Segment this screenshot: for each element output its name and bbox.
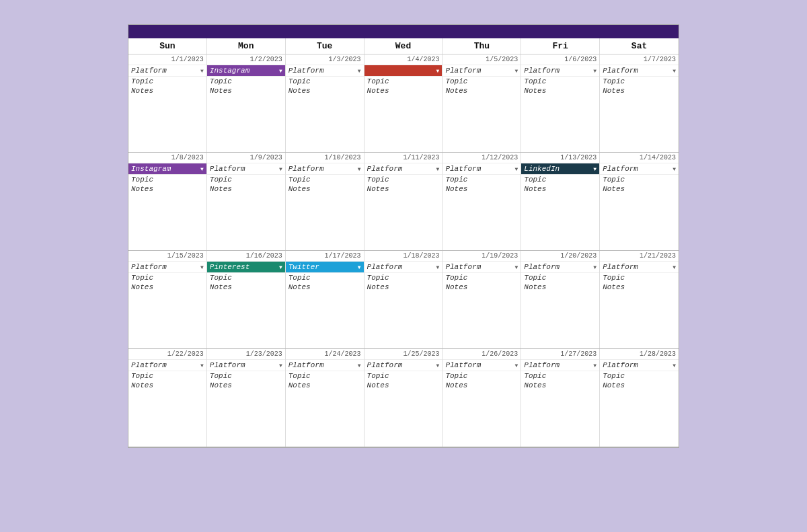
platform-select[interactable]: PlatformInstagramYouTubeLinkedInPinteres… (364, 262, 443, 272)
day-cell-1-13-2023: 1/13/2023PlatformInstagramYouTubeLinkedI… (521, 153, 600, 250)
day-cell-1-16-2023: 1/16/2023PlatformInstagramYouTubeLinkedI… (207, 251, 286, 348)
topic-field: Topic (364, 273, 443, 282)
date-label: 1/6/2023 (521, 54, 599, 65)
topic-field: Topic (600, 371, 679, 381)
notes-field: Notes (443, 282, 521, 292)
topic-field: Topic (443, 273, 521, 282)
platform-select[interactable]: PlatformInstagramYouTubeLinkedInPinteres… (600, 360, 679, 371)
notes-field: Notes (443, 381, 521, 390)
notes-field: Notes (128, 184, 206, 194)
day-cell-1-19-2023: 1/19/2023PlatformInstagramYouTubeLinkedI… (443, 251, 521, 348)
notes-field: Notes (443, 86, 521, 96)
platform-select-wrapper: PlatformInstagramYouTubeLinkedInPinteres… (364, 65, 443, 77)
platform-select-wrapper: PlatformInstagramYouTubeLinkedInPinteres… (207, 163, 285, 175)
notes-field: Notes (364, 86, 443, 96)
topic-field: Topic (600, 273, 679, 282)
platform-select-wrapper: PlatformInstagramYouTubeLinkedInPinteres… (286, 65, 364, 77)
week-row-0: 1/1/2023PlatformInstagramYouTubeLinkedIn… (128, 54, 679, 153)
platform-select[interactable]: PlatformInstagramYouTubeLinkedInPinteres… (364, 163, 443, 174)
day-cell-1-21-2023: 1/21/2023PlatformInstagramYouTubeLinkedI… (600, 251, 679, 348)
topic-field: Topic (521, 175, 599, 184)
platform-select[interactable]: PlatformInstagramYouTubeLinkedInPinteres… (364, 65, 443, 76)
platform-select[interactable]: PlatformInstagramYouTubeLinkedInPinteres… (286, 65, 364, 76)
day-cell-1-6-2023: 1/6/2023PlatformInstagramYouTubeLinkedIn… (521, 54, 600, 152)
platform-select[interactable]: PlatformInstagramYouTubeLinkedInPinteres… (207, 360, 285, 371)
platform-select-wrapper: PlatformInstagramYouTubeLinkedInPinteres… (128, 262, 206, 273)
platform-select-wrapper: PlatformInstagramYouTubeLinkedInPinteres… (521, 65, 599, 77)
date-label: 1/19/2023 (443, 251, 521, 262)
day-header-tue: Tue (286, 38, 364, 54)
platform-select-wrapper: PlatformInstagramYouTubeLinkedInPinteres… (600, 360, 679, 371)
platform-select[interactable]: PlatformInstagramYouTubeLinkedInPinteres… (286, 360, 364, 371)
topic-field: Topic (128, 273, 206, 282)
platform-select-wrapper: PlatformInstagramYouTubeLinkedInPinteres… (128, 65, 206, 77)
topic-field: Topic (286, 77, 364, 86)
platform-select[interactable]: PlatformInstagramYouTubeLinkedInPinteres… (600, 262, 679, 272)
day-cell-1-3-2023: 1/3/2023PlatformInstagramYouTubeLinkedIn… (286, 54, 364, 152)
platform-select-wrapper: PlatformInstagramYouTubeLinkedInPinteres… (443, 163, 521, 175)
notes-field: Notes (364, 282, 443, 292)
notes-field: Notes (207, 282, 285, 292)
platform-select[interactable]: PlatformInstagramYouTubeLinkedInPinteres… (128, 262, 206, 272)
notes-field: Notes (128, 86, 206, 96)
topic-field: Topic (286, 175, 364, 184)
date-label: 1/14/2023 (600, 153, 679, 163)
date-label: 1/18/2023 (364, 251, 443, 262)
notes-field: Notes (364, 381, 443, 390)
date-label: 1/21/2023 (600, 251, 679, 262)
platform-select[interactable]: PlatformInstagramYouTubeLinkedInPinteres… (521, 262, 599, 272)
date-label: 1/11/2023 (364, 153, 443, 163)
day-cell-1-1-2023: 1/1/2023PlatformInstagramYouTubeLinkedIn… (128, 54, 207, 152)
day-cell-1-27-2023: 1/27/2023PlatformInstagramYouTubeLinkedI… (521, 349, 600, 447)
topic-field: Topic (364, 371, 443, 381)
day-cell-1-11-2023: 1/11/2023PlatformInstagramYouTubeLinkedI… (364, 153, 443, 250)
date-label: 1/16/2023 (207, 251, 285, 262)
platform-select[interactable]: PlatformInstagramYouTubeLinkedInPinteres… (364, 360, 443, 371)
platform-select-wrapper: PlatformInstagramYouTubeLinkedInPinteres… (286, 262, 364, 273)
topic-field: Topic (286, 371, 364, 381)
platform-select[interactable]: PlatformInstagramYouTubeLinkedInPinteres… (207, 65, 285, 76)
platform-select[interactable]: PlatformInstagramYouTubeLinkedInPinteres… (443, 262, 521, 272)
platform-select[interactable]: PlatformInstagramYouTubeLinkedInPinteres… (207, 262, 285, 272)
date-label: 1/9/2023 (207, 153, 285, 163)
platform-select[interactable]: PlatformInstagramYouTubeLinkedInPinteres… (286, 262, 364, 272)
platform-select[interactable]: PlatformInstagramYouTubeLinkedInPinteres… (286, 163, 364, 174)
platform-select-wrapper: PlatformInstagramYouTubeLinkedInPinteres… (364, 262, 443, 273)
date-label: 1/17/2023 (286, 251, 364, 262)
platform-select[interactable]: PlatformInstagramYouTubeLinkedInPinteres… (600, 163, 679, 174)
platform-select[interactable]: PlatformInstagramYouTubeLinkedInPinteres… (443, 65, 521, 76)
platform-select[interactable]: PlatformInstagramYouTubeLinkedInPinteres… (443, 163, 521, 174)
platform-select-wrapper: PlatformInstagramYouTubeLinkedInPinteres… (364, 163, 443, 175)
date-label: 1/15/2023 (128, 251, 206, 262)
platform-select[interactable]: PlatformInstagramYouTubeLinkedInPinteres… (521, 163, 599, 174)
date-label: 1/2/2023 (207, 54, 285, 65)
day-header-mon: Mon (207, 38, 286, 54)
topic-field: Topic (521, 77, 599, 86)
notes-field: Notes (286, 381, 364, 390)
day-header-thu: Thu (443, 38, 521, 54)
day-cell-1-5-2023: 1/5/2023PlatformInstagramYouTubeLinkedIn… (443, 54, 521, 152)
platform-select-wrapper: PlatformInstagramYouTubeLinkedInPinteres… (600, 163, 679, 175)
day-cell-1-24-2023: 1/24/2023PlatformInstagramYouTubeLinkedI… (286, 349, 364, 447)
month-header (128, 25, 679, 38)
platform-select[interactable]: PlatformInstagramYouTubeLinkedInPinteres… (521, 65, 599, 76)
topic-field: Topic (207, 77, 285, 86)
platform-select[interactable]: PlatformInstagramYouTubeLinkedInPinteres… (128, 65, 206, 76)
notes-field: Notes (600, 381, 679, 390)
topic-field: Topic (128, 175, 206, 184)
platform-select-wrapper: PlatformInstagramYouTubeLinkedInPinteres… (128, 163, 206, 175)
platform-select[interactable]: PlatformInstagramYouTubeLinkedInPinteres… (521, 360, 599, 371)
date-label: 1/26/2023 (443, 349, 521, 360)
topic-field: Topic (207, 175, 285, 184)
platform-select[interactable]: PlatformInstagramYouTubeLinkedInPinteres… (128, 360, 206, 371)
notes-field: Notes (521, 381, 599, 390)
day-cell-1-26-2023: 1/26/2023PlatformInstagramYouTubeLinkedI… (443, 349, 521, 447)
notes-field: Notes (364, 184, 443, 194)
notes-field: Notes (207, 184, 285, 194)
platform-select[interactable]: PlatformInstagramYouTubeLinkedInPinteres… (600, 65, 679, 76)
platform-select[interactable]: PlatformInstagramYouTubeLinkedInPinteres… (207, 163, 285, 174)
platform-select[interactable]: PlatformInstagramYouTubeLinkedInPinteres… (443, 360, 521, 371)
day-cell-1-25-2023: 1/25/2023PlatformInstagramYouTubeLinkedI… (364, 349, 443, 447)
date-label: 1/23/2023 (207, 349, 285, 360)
platform-select[interactable]: PlatformInstagramYouTubeLinkedInPinteres… (128, 163, 206, 174)
